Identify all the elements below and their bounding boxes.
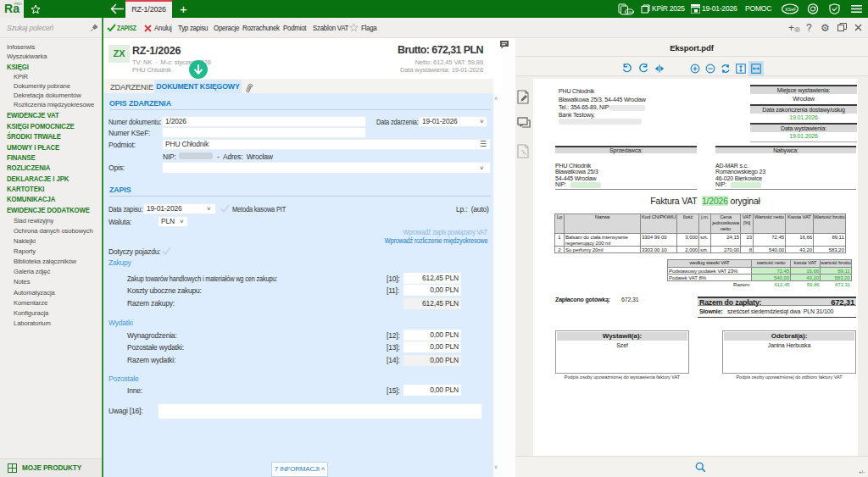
svg-text:KSeF: KSeF [627, 11, 634, 14]
svg-text:KSeF: KSeF [786, 7, 797, 12]
